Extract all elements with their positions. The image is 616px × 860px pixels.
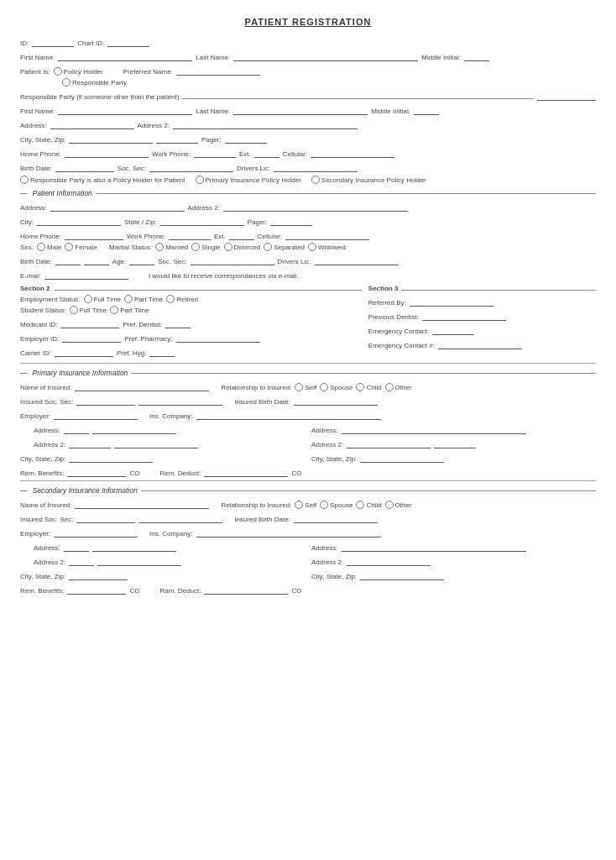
resp-last-name-input[interactable] [233,103,368,115]
secondary-address2-input1[interactable] [69,554,94,566]
patient-ext-input[interactable] [229,228,254,240]
secondary-employer-input[interactable] [54,526,138,538]
primary-address2-input2[interactable] [114,437,198,448]
female-radio[interactable] [65,243,73,251]
primary-city-right-input[interactable] [360,451,444,463]
secondary-address-input1[interactable] [64,540,89,552]
single-radio[interactable] [191,243,200,251]
retired-radio[interactable] [166,295,175,303]
resp-city2-input[interactable] [156,132,198,144]
last-name-input[interactable] [233,50,418,61]
primary-soc-sec-input2[interactable] [138,394,222,406]
secondary-city-input[interactable] [69,569,128,580]
resp-drivers-lic-input[interactable] [274,160,358,172]
part-time-radio[interactable] [124,295,133,303]
secondary-rem-benefits-input[interactable] [67,583,126,595]
primary-address2-right-input2[interactable] [434,437,476,448]
primary-rem-benefits-input[interactable] [67,465,126,477]
primary-spouse-radio[interactable] [320,383,328,391]
secondary-address2-right-input[interactable] [347,554,431,566]
secondary-child-radio[interactable] [356,501,364,509]
patient-birth-date2-input[interactable] [84,254,109,265]
primary-ins-company-input[interactable] [196,408,381,420]
resp-policy-radio[interactable] [20,176,29,184]
primary-other-radio[interactable] [385,383,394,391]
patient-work-phone-input[interactable] [169,228,211,240]
secondary-address2-input2[interactable] [97,554,181,566]
primary-child-radio[interactable] [356,383,364,391]
primary-address-input2[interactable] [92,422,176,434]
separated-radio[interactable] [264,243,272,251]
pref-hyg-input[interactable] [149,345,175,357]
chart-id-input[interactable] [107,35,149,47]
referred-by-input[interactable] [410,295,493,307]
secondary-address-right-input[interactable] [342,540,526,552]
full-time-radio[interactable] [84,295,92,303]
secondary-self-radio[interactable] [295,501,303,509]
id-input[interactable] [32,35,74,47]
resp-first-name-input[interactable] [58,103,192,115]
primary-self-radio[interactable] [295,383,303,391]
carrier-id-input[interactable] [55,345,113,357]
resp-soc-sec-input[interactable] [149,160,233,172]
married-radio[interactable] [155,243,164,251]
secondary-insured-name-input[interactable] [75,497,209,509]
divorced-radio[interactable] [224,243,232,251]
secondary-other-radio[interactable] [385,501,394,509]
primary-city-input[interactable] [69,451,153,463]
previous-dentist-input[interactable] [422,309,506,321]
policy-holder-radio[interactable] [54,67,62,76]
secondary-soc-sec-input2[interactable] [138,511,222,523]
patient-state-zip-input[interactable] [160,214,244,226]
patient-cellular-input[interactable] [285,228,369,240]
employer-id-input[interactable] [62,331,121,343]
responsible-party-radio[interactable] [62,78,70,87]
patient-soc-sec-input[interactable] [191,254,274,265]
patient-drivers-lic-input[interactable] [315,254,399,265]
secondary-insurance-radio[interactable] [311,176,320,184]
secondary-rem-deduct-input[interactable] [204,583,288,595]
secondary-birth-date-input[interactable] [294,511,378,523]
pref-dentist-input[interactable] [165,317,191,328]
primary-insurance-radio[interactable] [196,176,204,184]
emergency-contact-num-input[interactable] [438,338,522,349]
primary-rem-deduct-input[interactable] [204,465,288,477]
patient-home-phone-input[interactable] [65,228,123,240]
patient-address-input[interactable] [50,200,185,212]
secondary-soc-sec-input1[interactable] [76,511,135,523]
medicaid-id-input[interactable] [60,317,119,328]
student-part-time-radio[interactable] [110,306,118,314]
primary-address2-input1[interactable] [69,437,111,448]
primary-address-input1[interactable] [64,422,89,434]
resp-middle-initial-input[interactable] [414,103,439,115]
emergency-contact-input[interactable] [432,323,474,335]
resp-address-input[interactable] [50,118,134,129]
resp-city-input[interactable] [69,132,153,144]
primary-insured-name-input[interactable] [75,380,209,391]
pref-pharmacy-input[interactable] [176,331,260,343]
resp-work-phone-input[interactable] [194,146,236,158]
male-radio[interactable] [37,243,45,251]
secondary-address-input2[interactable] [92,540,176,552]
resp-cellular-input[interactable] [311,146,394,158]
secondary-ins-company-input[interactable] [196,526,381,538]
patient-pager-input[interactable] [270,214,312,226]
patient-city-input[interactable] [37,214,121,226]
primary-address2-right-input1[interactable] [347,437,431,448]
primary-soc-sec-input1[interactable] [76,394,135,406]
student-full-time-radio[interactable] [70,306,78,314]
resp-birth-date-input[interactable] [55,160,114,172]
resp-address2-input[interactable] [173,118,358,129]
primary-birth-date-input[interactable] [294,394,378,406]
primary-employer-input[interactable] [54,408,138,420]
patient-address2-input[interactable] [223,200,408,212]
secondary-spouse-radio[interactable] [320,501,328,509]
resp-home-phone-input[interactable] [65,146,149,158]
patient-birth-date-input[interactable] [55,254,81,265]
middle-initial-input[interactable] [464,50,489,61]
preferred-name-input[interactable] [176,64,260,76]
primary-address-right-input[interactable] [342,422,526,434]
patient-age-input[interactable] [129,254,154,265]
resp-ext-input[interactable] [254,146,279,158]
resp-pager-input[interactable] [225,132,267,144]
